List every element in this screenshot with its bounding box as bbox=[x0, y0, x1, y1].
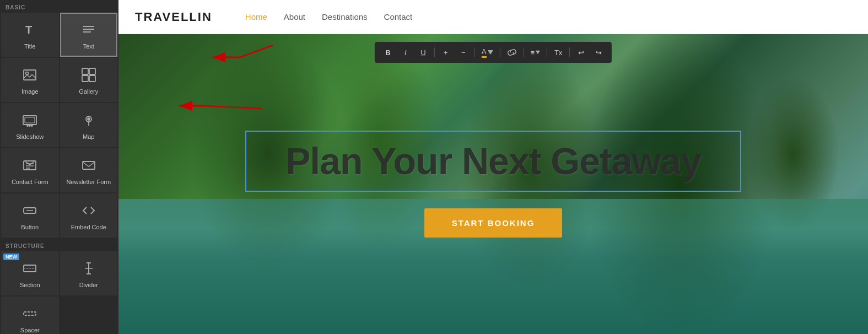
contact-form-icon bbox=[22, 158, 37, 175]
divider-icon bbox=[81, 261, 96, 278]
spacer-icon bbox=[22, 306, 37, 324]
newsletter-icon bbox=[81, 158, 96, 175]
structure-items-grid: NEW Section bbox=[0, 251, 118, 334]
site-nav: Home About Destinations Contact bbox=[245, 12, 412, 21]
svg-text:T: T bbox=[25, 24, 32, 36]
image-icon bbox=[22, 67, 37, 85]
svg-rect-4 bbox=[24, 70, 36, 80]
underline-button[interactable]: U bbox=[416, 45, 431, 60]
hero-title[interactable]: Plan Your Next Getaway bbox=[260, 141, 727, 182]
sidebar-item-spacer[interactable]: Spacer bbox=[1, 297, 59, 334]
svg-rect-7 bbox=[89, 68, 95, 74]
hero-cta-button[interactable]: START BOOKING bbox=[424, 208, 563, 238]
basic-section-label: BASIC bbox=[0, 0, 118, 13]
title-icon: T bbox=[22, 22, 37, 40]
text-icon bbox=[81, 22, 96, 40]
undo-button[interactable]: ↩ bbox=[573, 45, 589, 60]
plus-button[interactable]: + bbox=[438, 45, 454, 60]
svg-point-13 bbox=[27, 125, 28, 126]
slideshow-icon bbox=[22, 112, 37, 130]
svg-point-12 bbox=[29, 125, 30, 126]
sidebar-item-image[interactable]: Image bbox=[1, 58, 59, 102]
structure-section-label: STRUCTURE bbox=[0, 239, 118, 251]
italic-button[interactable]: I bbox=[398, 45, 413, 60]
embed-icon bbox=[81, 203, 96, 220]
content-area: TRAVELLIN Home About Destinations Contac… bbox=[118, 0, 868, 334]
site-logo: TRAVELLIN bbox=[135, 10, 212, 24]
nav-about[interactable]: About bbox=[284, 12, 305, 21]
sidebar-item-image-label: Image bbox=[21, 88, 39, 95]
sidebar-item-title[interactable]: T Title bbox=[1, 13, 59, 57]
sidebar-item-embed-code[interactable]: Embed Code bbox=[60, 193, 118, 238]
sidebar-item-button-label: Button bbox=[21, 224, 39, 230]
svg-rect-21 bbox=[83, 161, 95, 169]
sidebar-item-button[interactable]: Button bbox=[1, 193, 59, 238]
sidebar-item-contact-form-label: Contact Form bbox=[12, 179, 48, 185]
link-button[interactable] bbox=[504, 45, 520, 60]
gallery-icon bbox=[81, 67, 96, 85]
text-editing-toolbar: B I U + − A bbox=[375, 42, 612, 63]
map-icon bbox=[81, 112, 96, 130]
sidebar-item-spacer-label: Spacer bbox=[20, 327, 40, 333]
font-color-button[interactable]: A bbox=[478, 45, 497, 60]
hero-text-box[interactable]: Plan Your Next Getaway bbox=[245, 131, 741, 192]
hero-content: Plan Your Next Getaway START BOOKING bbox=[118, 34, 868, 334]
section-icon bbox=[22, 261, 37, 278]
nav-home[interactable]: Home bbox=[245, 12, 267, 21]
basic-items-grid: T Title Text bbox=[0, 13, 118, 239]
sidebar-item-text-label: Text bbox=[83, 43, 94, 50]
svg-rect-11 bbox=[25, 117, 35, 123]
redo-button[interactable]: ↪ bbox=[591, 45, 606, 60]
sidebar-item-gallery[interactable]: Gallery bbox=[60, 58, 118, 102]
svg-marker-32 bbox=[536, 51, 540, 54]
sidebar-item-newsletter-form[interactable]: Newsletter Form bbox=[60, 148, 118, 192]
sidebar-item-map[interactable]: Map bbox=[60, 103, 118, 147]
new-badge: NEW bbox=[3, 254, 19, 260]
sidebar-item-divider-label: Divider bbox=[79, 282, 98, 288]
svg-rect-8 bbox=[82, 76, 88, 82]
sidebar-item-slideshow-label: Slideshow bbox=[16, 133, 44, 140]
svg-point-14 bbox=[31, 125, 33, 126]
toolbar-divider-5 bbox=[547, 47, 547, 57]
bold-button[interactable]: B bbox=[380, 45, 396, 60]
transform-button[interactable]: Tx bbox=[551, 45, 566, 60]
button-icon bbox=[22, 203, 37, 220]
toolbar-divider-3 bbox=[500, 47, 500, 57]
svg-rect-30 bbox=[24, 312, 36, 315]
sidebar-item-title-label: Title bbox=[24, 43, 35, 50]
svg-point-5 bbox=[26, 72, 29, 75]
sidebar-item-contact-form[interactable]: Contact Form bbox=[1, 148, 59, 192]
hero-section: B I U + − A bbox=[118, 34, 868, 334]
toolbar-divider-6 bbox=[569, 47, 570, 57]
toolbar-divider-1 bbox=[434, 47, 435, 57]
sidebar-item-text[interactable]: Text bbox=[60, 13, 118, 57]
svg-point-16 bbox=[88, 118, 90, 120]
sidebar-item-gallery-label: Gallery bbox=[79, 88, 98, 95]
sidebar-item-section-label: Section bbox=[20, 282, 40, 288]
sidebar-item-embed-label: Embed Code bbox=[71, 224, 106, 230]
website-header: TRAVELLIN Home About Destinations Contac… bbox=[118, 0, 868, 34]
sidebar-item-divider[interactable]: Divider bbox=[60, 251, 118, 295]
sidebar: BASIC T Title bbox=[0, 0, 118, 334]
sidebar-item-section[interactable]: NEW Section bbox=[1, 251, 59, 295]
sidebar-item-slideshow[interactable]: Slideshow bbox=[1, 103, 59, 147]
svg-rect-9 bbox=[89, 76, 95, 82]
nav-destinations[interactable]: Destinations bbox=[322, 12, 368, 21]
nav-contact[interactable]: Contact bbox=[384, 12, 413, 21]
minus-button[interactable]: − bbox=[456, 45, 471, 60]
toolbar-divider-4 bbox=[524, 47, 524, 57]
toolbar-divider-2 bbox=[475, 47, 475, 57]
sidebar-item-map-label: Map bbox=[83, 133, 94, 140]
svg-marker-31 bbox=[488, 50, 493, 55]
align-button[interactable]: ≡ bbox=[527, 45, 544, 60]
sidebar-item-newsletter-label: Newsletter Form bbox=[66, 179, 111, 185]
svg-rect-6 bbox=[82, 68, 88, 74]
